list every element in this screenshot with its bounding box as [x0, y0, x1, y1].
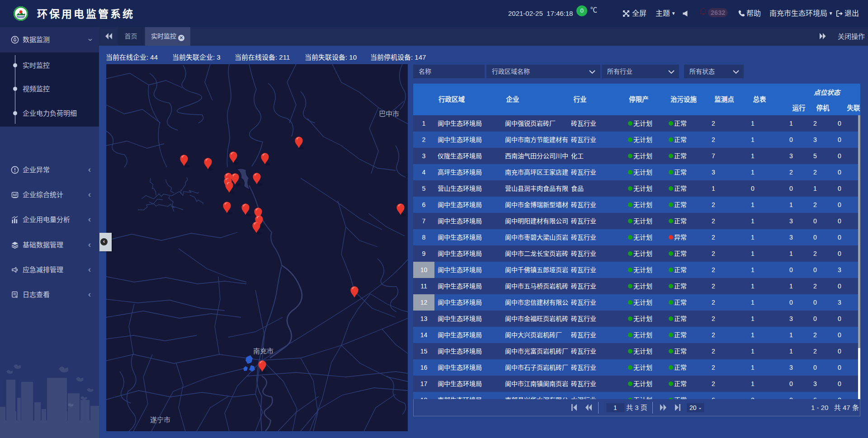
svg-text:巴中市: 巴中市: [379, 110, 399, 118]
svg-text:遂宁市: 遂宁市: [150, 416, 170, 424]
svg-text:南充市: 南充市: [253, 347, 274, 355]
